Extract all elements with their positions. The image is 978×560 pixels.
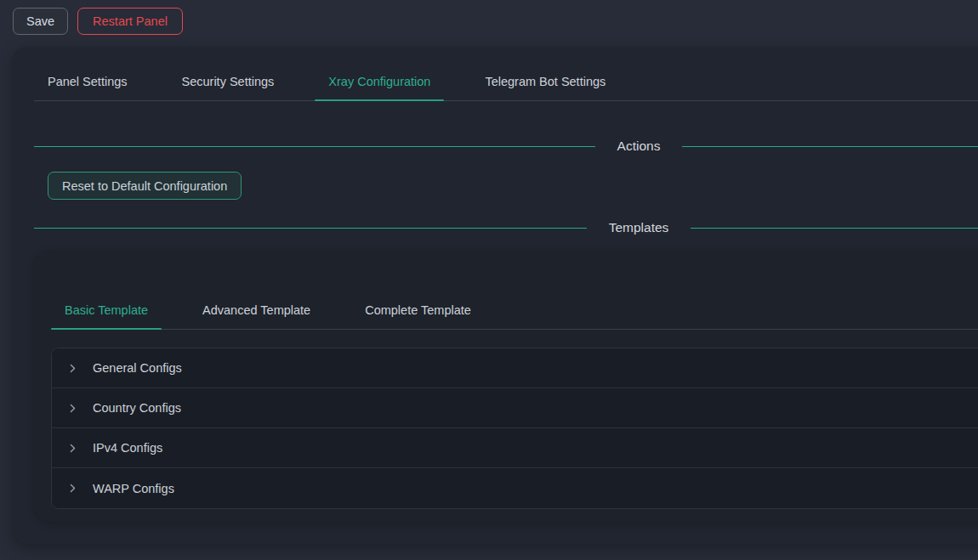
topbar: Save Restart Panel bbox=[0, 0, 978, 42]
accordion-label: IPv4 Configs bbox=[93, 441, 162, 455]
accordion-label: Country Configs bbox=[93, 401, 181, 415]
settings-card: Panel Settings Security Settings Xray Co… bbox=[12, 47, 978, 544]
chevron-right-icon bbox=[66, 362, 78, 374]
restart-panel-button[interactable]: Restart Panel bbox=[77, 8, 183, 35]
actions-section-divider: Actions bbox=[34, 137, 978, 156]
accordion-label: General Configs bbox=[93, 361, 182, 375]
config-accordion: General Configs Country Configs IPv4 Con… bbox=[51, 348, 978, 509]
tab-xray-configuration[interactable]: Xray Configuration bbox=[315, 62, 444, 100]
divider-line bbox=[34, 228, 587, 229]
accordion-row-warp-configs[interactable]: WARP Configs bbox=[52, 468, 978, 508]
tab-security-settings[interactable]: Security Settings bbox=[168, 62, 288, 100]
accordion-row-general-configs[interactable]: General Configs bbox=[52, 348, 978, 388]
tab-complete-template[interactable]: Complete Template bbox=[351, 291, 485, 329]
app-window: Save Restart Panel Panel Settings Securi… bbox=[0, 0, 978, 560]
chevron-right-icon bbox=[66, 402, 78, 414]
actions-section-title: Actions bbox=[595, 139, 683, 154]
settings-tab-bar: Panel Settings Security Settings Xray Co… bbox=[34, 62, 978, 101]
chevron-right-icon bbox=[66, 483, 78, 495]
tab-panel-settings[interactable]: Panel Settings bbox=[34, 62, 141, 100]
accordion-label: WARP Configs bbox=[93, 482, 174, 495]
chevron-right-icon bbox=[66, 442, 78, 454]
tab-basic-template[interactable]: Basic Template bbox=[51, 291, 162, 329]
accordion-row-ipv4-configs[interactable]: IPv4 Configs bbox=[52, 428, 978, 468]
templates-tab-bar: Basic Template Advanced Template Complet… bbox=[51, 291, 978, 330]
templates-section-divider: Templates bbox=[34, 218, 978, 237]
tab-telegram-bot-settings[interactable]: Telegram Bot Settings bbox=[471, 62, 619, 100]
actions-row: Reset to Default Configuration bbox=[48, 172, 978, 200]
tab-advanced-template[interactable]: Advanced Template bbox=[189, 291, 324, 329]
templates-card: Basic Template Advanced Template Complet… bbox=[34, 250, 978, 522]
accordion-row-country-configs[interactable]: Country Configs bbox=[52, 388, 978, 428]
divider-line bbox=[682, 146, 978, 147]
divider-line bbox=[691, 228, 978, 229]
reset-default-configuration-button[interactable]: Reset to Default Configuration bbox=[48, 172, 242, 200]
divider-line bbox=[34, 146, 595, 147]
save-button[interactable]: Save bbox=[13, 8, 68, 35]
templates-section-title: Templates bbox=[587, 220, 691, 235]
